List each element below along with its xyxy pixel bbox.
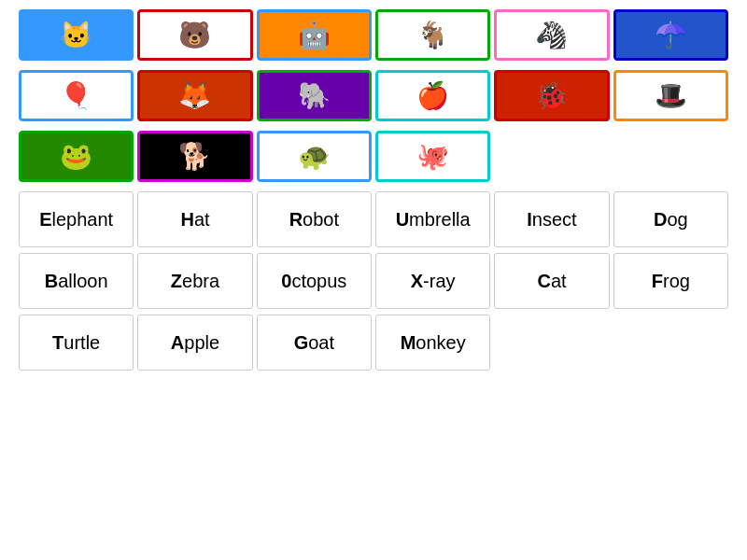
card-turtle[interactable]: 🐢 [257, 131, 372, 182]
word-hat[interactable]: Hat [137, 191, 252, 247]
word-robot[interactable]: Robot [257, 191, 372, 247]
word-xray[interactable]: X-ray [375, 253, 490, 309]
card-apple[interactable]: 🍎 [375, 70, 490, 121]
card-hat[interactable]: 🎩 [613, 70, 728, 121]
card-robot[interactable]: 🤖 [257, 9, 372, 61]
card-zebra[interactable]: 🦓 [494, 9, 609, 61]
card-dog[interactable]: 🐕 [137, 131, 252, 182]
word-turtle[interactable]: Turtle [19, 315, 134, 371]
card-goat[interactable]: 🐐 [375, 9, 490, 61]
image-row-3: 🐸 🐕 🐢 🐙 [19, 131, 728, 182]
word-goat[interactable]: Goat [257, 315, 372, 371]
word-umbrella[interactable]: Umbrella [375, 191, 490, 247]
empty-cell-2 [613, 131, 728, 182]
image-row-2: 🎈 🦊 🐘 🍎 🐞 🎩 [19, 70, 728, 121]
card-fox[interactable]: 🦊 [137, 70, 252, 121]
word-dog[interactable]: Dog [613, 191, 728, 247]
word-row-1: Elephant Hat Robot Umbrella Insect Dog [19, 191, 728, 247]
card-umbrella[interactable]: ☂️ [613, 9, 728, 61]
card-cat[interactable]: 🐱 [19, 9, 134, 61]
image-row-1: 🐱 🐻 🤖 🐐 🦓 ☂️ [19, 9, 728, 61]
word-insect[interactable]: Insect [494, 191, 609, 247]
empty-cell-1 [494, 131, 609, 182]
word-apple[interactable]: Apple [137, 315, 252, 371]
word-octopus[interactable]: 0ctopus [257, 253, 372, 309]
word-frog[interactable]: Frog [613, 253, 728, 309]
word-row-2: Balloon Zebra 0ctopus X-ray Cat Frog [19, 253, 728, 309]
word-monkey[interactable]: Monkey [375, 315, 490, 371]
card-balloon[interactable]: 🎈 [19, 70, 134, 121]
word-balloon[interactable]: Balloon [19, 253, 134, 309]
card-ladybug[interactable]: 🐞 [494, 70, 609, 121]
empty-word-1 [494, 315, 609, 371]
word-elephant[interactable]: Elephant [19, 191, 134, 247]
card-bear[interactable]: 🐻 [137, 9, 252, 61]
card-octopus[interactable]: 🐙 [375, 131, 490, 182]
empty-word-2 [613, 315, 728, 371]
card-frog[interactable]: 🐸 [19, 131, 134, 182]
word-row-3: Turtle Apple Goat Monkey [19, 315, 728, 371]
card-elephant[interactable]: 🐘 [257, 70, 372, 121]
word-cat[interactable]: Cat [494, 253, 609, 309]
word-zebra[interactable]: Zebra [137, 253, 252, 309]
